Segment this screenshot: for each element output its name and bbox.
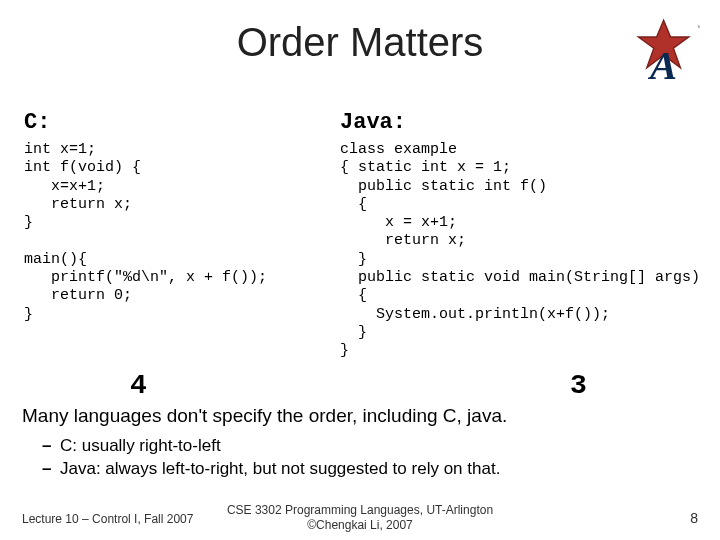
c-heading: C: xyxy=(24,110,354,135)
body-line: Many languages don't specify the order, … xyxy=(22,404,698,428)
body-text: Many languages don't specify the order, … xyxy=(22,404,698,480)
university-logo: A ™ xyxy=(630,16,700,86)
java-column: Java: class example { static int x = 1; … xyxy=(340,110,710,361)
c-column: C: int x=1; int f(void) { x=x+1; return … xyxy=(24,110,354,324)
bullet-item: C: usually right-to-left xyxy=(60,434,698,457)
c-code-block: int x=1; int f(void) { x=x+1; return x; … xyxy=(24,141,354,324)
footer-center: CSE 3302 Programming Languages, UT-Arlin… xyxy=(0,503,720,532)
java-code-block: class example { static int x = 1; public… xyxy=(340,141,710,361)
c-result: 4 xyxy=(130,370,147,401)
footer-center-line1: CSE 3302 Programming Languages, UT-Arlin… xyxy=(0,503,720,517)
java-result: 3 xyxy=(570,370,587,401)
bullet-list: C: usually right-to-left Java: always le… xyxy=(22,434,698,481)
logo-svg: A ™ xyxy=(630,16,700,86)
slide-number: 8 xyxy=(690,510,698,526)
slide: Order Matters A ™ C: int x=1; int f(void… xyxy=(0,0,720,540)
java-heading: Java: xyxy=(340,110,710,135)
footer-center-line2: ©Chengkai Li, 2007 xyxy=(0,518,720,532)
logo-letter: A xyxy=(647,43,677,86)
slide-title: Order Matters xyxy=(0,20,720,65)
bullet-item: Java: always left-to-right, but not sugg… xyxy=(60,457,698,480)
trademark-icon: ™ xyxy=(697,24,701,31)
